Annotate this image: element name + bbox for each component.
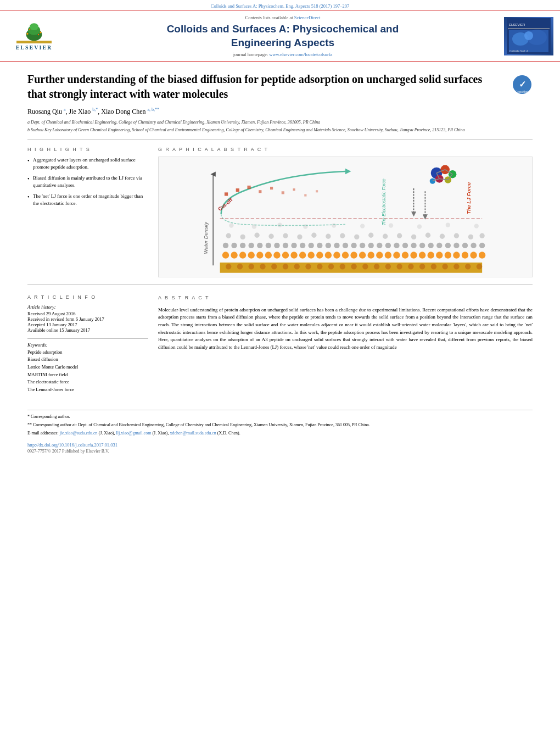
article-title: Further understanding of the biased diff… (27, 72, 503, 102)
svg-point-38 (385, 264, 391, 269)
svg-point-45 (465, 264, 471, 269)
svg-point-118 (354, 234, 359, 239)
article-content: Further understanding of the biased diff… (0, 62, 560, 465)
svg-point-41 (419, 264, 425, 269)
svg-point-56 (299, 252, 306, 258)
svg-point-120 (383, 233, 388, 238)
svg-point-157 (430, 178, 435, 183)
svg-point-132 (332, 223, 336, 227)
svg-point-58 (316, 252, 323, 258)
svg-point-77 (479, 252, 485, 258)
abstract-col: A B S T R A C T Molecular-level understa… (158, 294, 533, 399)
svg-point-26 (249, 264, 254, 269)
journal-right-logo-icon: ELSEVIER Colloids Surf. A (507, 18, 551, 54)
svg-point-43 (442, 264, 447, 269)
svg-point-123 (425, 232, 430, 237)
svg-point-119 (368, 232, 373, 237)
svg-point-71 (427, 252, 434, 258)
svg-point-111 (254, 232, 259, 237)
svg-point-75 (462, 252, 468, 258)
svg-point-125 (454, 233, 459, 238)
svg-rect-148 (282, 191, 284, 194)
doi-line: http://dx.doi.org/10.1016/j.colsurfa.201… (27, 442, 533, 448)
divider-1 (27, 140, 533, 140)
svg-point-37 (374, 264, 379, 269)
svg-text:Colloids Surf. A: Colloids Surf. A (509, 49, 529, 53)
email-link-1[interactable]: jie.xiao@suda.edu.cn (60, 431, 98, 436)
svg-point-30 (294, 264, 300, 269)
journal-homepage: journal homepage: www.elsevier.com/locat… (67, 52, 499, 57)
highlights-heading: H I G H L I G H T S (27, 147, 148, 152)
keyword-2: Biased diffusion (27, 356, 148, 364)
svg-point-127 (479, 233, 484, 238)
svg-point-117 (340, 233, 345, 238)
footnote-corresponding1: * Corresponding author. (27, 414, 533, 420)
highlights-col: H I G H L I G H T S Aggregated water lay… (27, 147, 148, 277)
svg-point-81 (249, 242, 254, 248)
graphical-abstract-svg: Water Density (159, 157, 532, 277)
article-info-abstract-section: A R T I C L E I N F O Article history: R… (27, 294, 533, 399)
email-link-3[interactable]: xdchen@mail.suda.edu.cn (170, 431, 216, 436)
journal-center: Contents lists available at ScienceDirec… (67, 15, 499, 57)
svg-point-94 (360, 242, 365, 248)
svg-rect-147 (270, 187, 273, 189)
graphical-abstract-col: G R A P H I C A L A B S T R A C T Water … (158, 147, 533, 277)
svg-point-78 (223, 242, 228, 248)
journal-banner: ELSEVIER Contents lists available at Sci… (0, 10, 560, 62)
email-link-2[interactable]: llj.xiao@gmail.com (116, 431, 152, 436)
svg-point-42 (431, 264, 436, 269)
article-info-col: A R T I C L E I N F O Article history: R… (27, 294, 148, 399)
svg-point-85 (283, 242, 288, 248)
journal-citation: Colloids and Surfaces A: Physicochem. En… (0, 0, 560, 10)
graphical-abstract-heading: G R A P H I C A L A B S T R A C T (158, 147, 533, 152)
footnote-corresponding2: ** Corresponding author at: Dept. of Che… (27, 422, 533, 428)
svg-point-25 (237, 264, 243, 269)
svg-point-46 (477, 264, 482, 269)
svg-point-126 (468, 234, 473, 239)
svg-point-73 (445, 252, 451, 258)
svg-rect-145 (247, 186, 250, 189)
svg-point-31 (305, 264, 311, 269)
highlight-item-2: Biased diffusion is mainly attributed to… (27, 175, 148, 189)
svg-rect-150 (304, 194, 306, 196)
svg-point-50 (248, 252, 254, 258)
svg-point-108 (479, 242, 485, 248)
svg-point-39 (396, 264, 402, 269)
elsevier-tree-icon (15, 21, 53, 43)
svg-point-36 (362, 264, 368, 269)
svg-point-24 (226, 264, 231, 269)
svg-point-27 (260, 264, 265, 269)
svg-point-79 (231, 242, 237, 248)
abstract-heading: A B S T R A C T (158, 294, 533, 302)
sciencedirect-label: Contents lists available at ScienceDirec… (67, 15, 499, 20)
svg-point-33 (328, 264, 334, 269)
svg-text:Water Density: Water Density (203, 221, 209, 254)
svg-point-15 (524, 31, 533, 40)
svg-rect-149 (293, 188, 295, 191)
svg-point-67 (393, 252, 400, 258)
svg-point-137 (474, 224, 479, 228)
svg-point-52 (265, 252, 272, 258)
svg-point-47 (222, 252, 229, 258)
copyright-line: 0927-7757/© 2017 Published by Elsevier B… (27, 449, 533, 454)
keyword-6: The Lennard-Jones force (27, 386, 148, 394)
svg-point-135 (417, 224, 422, 228)
keyword-3: Lattice Monte Carlo model (27, 364, 148, 371)
svg-point-55 (290, 252, 297, 258)
svg-point-48 (231, 252, 237, 258)
doi-link[interactable]: http://dx.doi.org/10.1016/j.colsurfa.201… (27, 442, 117, 448)
keywords-block: Keywords: Peptide adsorption Biased diff… (27, 342, 148, 394)
crossmark-icon[interactable]: ✓ CrossMark (512, 74, 533, 95)
svg-point-99 (402, 242, 408, 248)
svg-point-82 (257, 242, 262, 248)
abstract-text: Molecular-level understanding of protein… (158, 306, 533, 352)
svg-point-100 (411, 242, 416, 248)
elsevier-logo: ELSEVIER (7, 17, 61, 55)
journal-title: Colloids and Surfaces A: Physicochemical… (67, 23, 499, 49)
svg-point-60 (333, 252, 340, 258)
svg-point-122 (411, 234, 416, 239)
svg-point-104 (445, 242, 451, 248)
svg-point-121 (397, 233, 402, 238)
svg-point-91 (334, 242, 339, 248)
svg-point-7 (38, 34, 39, 35)
